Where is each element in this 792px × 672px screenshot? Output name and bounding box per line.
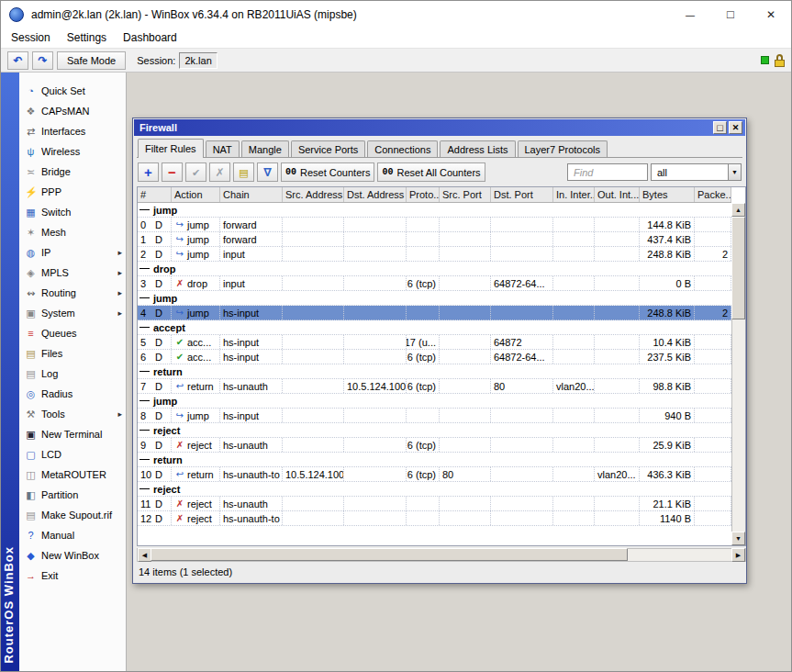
column-header-chain[interactable]: Chain [220, 187, 283, 202]
sidebar-item-switch[interactable]: ▦Switch [19, 202, 126, 222]
sidebar-item-ppp[interactable]: ⚡PPP [19, 182, 126, 202]
rule-row[interactable]: 0D↪jumpforward144.8 KiB [138, 218, 731, 232]
sidebar-item-capsman[interactable]: ❖CAPsMAN [19, 101, 126, 121]
rule-row[interactable]: 3D✗dropinput6 (tcp)64872-64...0 B [138, 276, 731, 291]
menu-item-dashboard[interactable]: Dashboard [115, 28, 185, 47]
vertical-scroll-thumb[interactable] [731, 217, 745, 319]
sidebar-item-mpls[interactable]: ◈MPLS▸ [19, 263, 126, 283]
rule-row[interactable]: 12D✗rejecths-unauth-to1140 B [138, 511, 731, 526]
scroll-left-button[interactable]: ◀ [138, 548, 151, 562]
filter-button[interactable] [257, 162, 278, 182]
column-header-dst-port[interactable]: Dst. Port [491, 187, 553, 202]
remove-rule-button[interactable] [162, 162, 183, 182]
sidebar-item-tools[interactable]: ⚒Tools▸ [19, 404, 126, 424]
column-header-proto-[interactable]: Proto... [407, 187, 440, 202]
sidebar-item-lcd[interactable]: ▢LCD [19, 444, 126, 465]
separator-row[interactable]: jump [138, 394, 731, 409]
tab-connections[interactable]: Connections [367, 140, 438, 157]
sidebar-item-interfaces[interactable]: ⇄Interfaces [19, 121, 126, 141]
add-rule-button[interactable] [138, 162, 159, 182]
separator-row[interactable]: return [138, 364, 731, 379]
sidebar-item-manual[interactable]: ?Manual [19, 525, 126, 545]
column-header-src-port[interactable]: Src. Port [440, 187, 491, 202]
menu-item-settings[interactable]: Settings [59, 28, 115, 47]
sidebar-item-routing[interactable]: ↭Routing▸ [19, 283, 126, 303]
sidebar-item-new-winbox[interactable]: ◆New WinBox [19, 545, 126, 566]
sidebar-item-log[interactable]: ▤Log [19, 364, 126, 384]
rule-row[interactable]: 5D✔acc...hs-input17 (u...6487210.4 KiB [138, 335, 731, 350]
reset-counters-button[interactable]: 00 Reset Counters [281, 162, 374, 182]
sidebar-item-partition[interactable]: ◧Partition [19, 485, 126, 505]
tab-address-lists[interactable]: Address Lists [440, 140, 515, 157]
sidebar-item-make-supout-rif[interactable]: ▤Make Supout.rif [19, 505, 126, 525]
sidebar-item-queues[interactable]: ≡Queues [19, 323, 126, 343]
session-value[interactable]: 2k.lan [179, 52, 217, 69]
sidebar-item-files[interactable]: ▤Files [19, 343, 126, 364]
column-header--[interactable]: # [138, 187, 172, 202]
rule-row[interactable]: 6D✔acc...hs-input6 (tcp)64872-64...237.5… [138, 350, 731, 364]
sidebar-item-system[interactable]: ▣System▸ [19, 303, 126, 323]
scroll-up-button[interactable]: ▲ [731, 203, 745, 217]
firewall-titlebar[interactable]: Firewall [134, 119, 745, 136]
separator-row[interactable]: jump [138, 291, 731, 306]
horizontal-scrollbar[interactable]: ◀ ▶ [137, 548, 746, 562]
separator-row[interactable]: accept [138, 320, 731, 335]
scroll-down-button[interactable]: ▼ [731, 532, 745, 545]
column-header-bytes[interactable]: Bytes [640, 187, 695, 202]
find-input[interactable] [567, 163, 648, 181]
undo-button[interactable] [7, 51, 28, 70]
separator-row[interactable]: reject [138, 482, 731, 497]
safe-mode-button[interactable]: Safe Mode [57, 51, 126, 70]
tab-mangle[interactable]: Mangle [241, 140, 289, 157]
separator-row[interactable]: drop [138, 262, 731, 276]
disable-rule-button[interactable] [209, 162, 230, 182]
rule-row[interactable]: 10D↩returnhs-unauth-to10.5.124.1006 (tcp… [138, 467, 731, 482]
horizontal-scroll-thumb[interactable] [151, 548, 628, 561]
sidebar-item-bridge[interactable]: ≍Bridge [19, 162, 126, 182]
tab-nat[interactable]: NAT [206, 140, 240, 157]
rule-row[interactable]: 11D✗rejecths-unauth21.1 KiB [138, 497, 731, 511]
redo-button[interactable] [32, 51, 53, 70]
minimize-button[interactable] [670, 1, 710, 28]
column-header-src-address[interactable]: Src. Address [283, 187, 344, 202]
scroll-right-button[interactable]: ▶ [731, 548, 745, 562]
chevron-down-icon[interactable]: ▼ [728, 163, 742, 181]
column-header-packe-[interactable]: Packe... [695, 187, 731, 202]
rule-row[interactable]: 8D↪jumphs-input940 B [138, 409, 731, 423]
tab-service-ports[interactable]: Service Ports [291, 140, 365, 157]
maximize-button[interactable] [710, 1, 751, 28]
filter-combobox-value[interactable]: all [651, 163, 728, 181]
sidebar-item-wireless[interactable]: ψWireless [19, 141, 126, 162]
sidebar-item-metarouter[interactable]: ◫MetaROUTER [19, 465, 126, 485]
sidebar-item-new-terminal[interactable]: ▣New Terminal [19, 424, 126, 444]
menu-item-session[interactable]: Session [3, 28, 59, 47]
comment-button[interactable] [233, 162, 254, 182]
rule-row[interactable]: 4D↪jumphs-input248.8 KiB2 [138, 306, 731, 320]
tab-filter-rules[interactable]: Filter Rules [138, 139, 204, 158]
close-button[interactable] [751, 1, 791, 28]
separator-row[interactable]: reject [138, 423, 731, 438]
rule-row[interactable]: 7D↩returnhs-unauth10.5.124.1006 (tcp)80v… [138, 379, 731, 394]
separator-row[interactable]: jump [138, 203, 731, 218]
column-header-action[interactable]: Action [172, 187, 220, 202]
enable-rule-button[interactable] [185, 162, 206, 182]
column-header-in-inter-[interactable]: In. Inter... [553, 187, 595, 202]
rule-row[interactable]: 2D↪jumpinput248.8 KiB2 [138, 247, 731, 262]
sidebar-item-mesh[interactable]: ✶Mesh [19, 222, 126, 242]
cell-dst-port: 80 [491, 379, 553, 393]
cell-src-port: 80 [440, 467, 491, 481]
dialog-maximize-button[interactable] [713, 121, 727, 134]
tab-layer7-protocols[interactable]: Layer7 Protocols [518, 140, 608, 157]
reset-all-counters-button[interactable]: 00 Reset All Counters [377, 162, 485, 182]
separator-row[interactable]: return [138, 453, 731, 467]
vertical-scrollbar[interactable]: ▲ ▼ [731, 203, 745, 545]
column-header-dst-address[interactable]: Dst. Address [344, 187, 407, 202]
sidebar-item-radius[interactable]: ◎Radius [19, 384, 126, 404]
column-header-out-int-[interactable]: Out. Int... [595, 187, 640, 202]
sidebar-item-quick-set[interactable]: ◔Quick Set [19, 81, 126, 101]
rule-row[interactable]: 9D✗rejecths-unauth6 (tcp)25.9 KiB [138, 438, 731, 453]
sidebar-item-ip[interactable]: ◍IP▸ [19, 242, 126, 263]
rule-row[interactable]: 1D↪jumpforward437.4 KiB [138, 232, 731, 247]
sidebar-item-exit[interactable]: →Exit [19, 566, 126, 586]
dialog-close-button[interactable] [729, 121, 742, 134]
